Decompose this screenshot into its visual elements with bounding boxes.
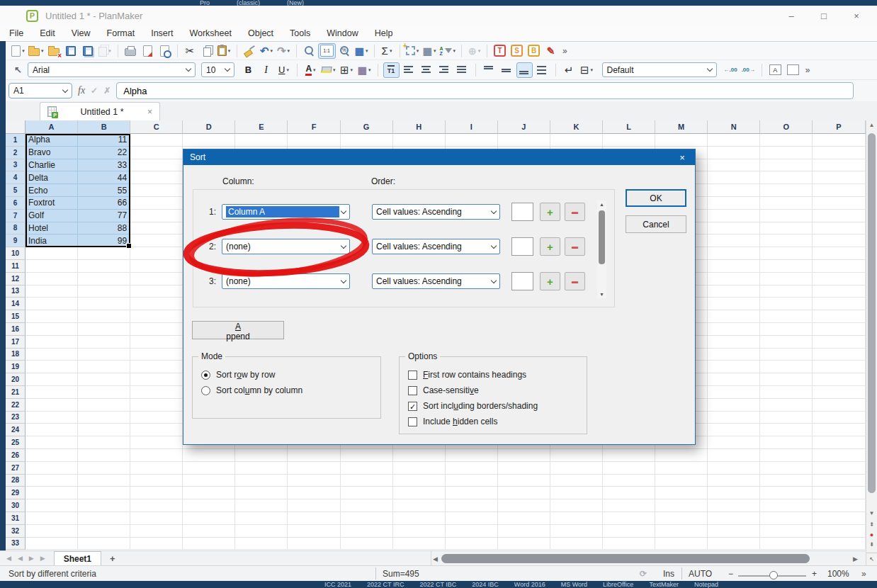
cell-B12[interactable] [78,273,130,285]
column-header-N[interactable]: N [708,120,760,134]
cell-A32[interactable] [26,525,78,538]
cell-O16[interactable] [760,323,813,336]
cell-N17[interactable] [708,336,760,349]
cell-N8[interactable] [708,222,760,235]
cell-P12[interactable] [813,273,865,285]
scroll-right-icon[interactable]: ▶ [853,555,858,562]
cell-C5[interactable] [130,184,183,197]
insert-function-button[interactable]: fx [78,85,85,96]
row-header-16[interactable]: 16 [6,323,26,336]
cell-J27[interactable] [498,462,550,475]
cell-N4[interactable] [708,171,760,184]
cell-O31[interactable] [760,512,813,525]
cell-N5[interactable] [708,184,760,197]
row-header-22[interactable]: 22 [6,399,26,412]
cell-B33[interactable] [78,538,130,550]
cell-B10[interactable] [78,247,130,260]
cell-P24[interactable] [813,424,865,436]
cell-O7[interactable] [760,210,813,222]
cell-A14[interactable] [26,298,78,310]
row-header-4[interactable]: 4 [6,171,26,184]
cell-A33[interactable] [26,538,78,550]
document-tab[interactable]: Untitled 1 * × [40,102,160,120]
scroll-down-icon[interactable]: ▼ [866,509,877,519]
cell-D30[interactable] [183,499,235,512]
row-header-12[interactable]: 12 [6,273,26,285]
cell-A12[interactable] [26,273,78,285]
column-header-D[interactable]: D [183,120,235,134]
cell-I29[interactable] [446,487,498,499]
borders-button[interactable]: ⊞▾ [339,62,355,78]
row-header-14[interactable]: 14 [6,298,26,310]
cell-G30[interactable] [341,499,393,512]
column-header-B[interactable]: B [78,120,130,134]
cell-P31[interactable] [813,512,865,525]
cell-N28[interactable] [708,475,760,487]
cell-L33[interactable] [603,538,655,550]
cell-B22[interactable] [78,399,130,412]
cell-B7[interactable]: 77 [78,210,130,222]
cell-A18[interactable] [26,349,78,361]
cell-C3[interactable] [130,159,183,172]
cell-K28[interactable] [550,475,603,487]
cell-H31[interactable] [393,512,446,525]
cell-B2[interactable]: 22 [78,147,130,159]
cell-N21[interactable] [708,386,760,399]
criterion-3-column-select[interactable]: (none) [222,273,350,289]
cell-O26[interactable] [760,449,813,462]
align-right-button[interactable] [436,62,453,78]
dialog-title-bar[interactable]: Sort × [183,149,695,165]
sum-button[interactable]: Σ▾ [379,43,395,59]
criterion-1-color-well[interactable] [511,203,533,221]
toolbar-overflow-button[interactable]: » [803,65,813,75]
valign-top-button[interactable] [481,62,497,78]
cell-B11[interactable] [78,260,130,273]
cell-J1[interactable] [498,134,550,147]
cell-B26[interactable] [78,449,130,462]
cell-B14[interactable] [78,298,130,310]
row-header-1[interactable]: 1 [6,134,26,147]
cell-C4[interactable] [130,171,183,184]
column-header-F[interactable]: F [288,120,340,134]
valign-bottom-button[interactable] [516,62,533,78]
cell-G26[interactable] [341,449,393,462]
object-frame-button[interactable] [785,62,801,78]
row-header-31[interactable]: 31 [6,512,26,525]
cell-E26[interactable] [235,449,288,462]
row-header-30[interactable]: 30 [6,499,26,512]
statusbar-overflow-button[interactable]: » [861,569,866,579]
row-header-9[interactable]: 9 [6,234,26,247]
copy-button[interactable] [199,43,215,59]
cell-O10[interactable] [760,247,813,260]
cell-style-combo[interactable]: Default [602,62,717,77]
presentations-button[interactable]: S [509,43,525,59]
cell-C31[interactable] [130,512,183,525]
cell-O13[interactable] [760,285,813,298]
merge-cells-button[interactable]: ⊟▾ [579,62,595,78]
confirm-entry-button[interactable]: ✓ [91,86,98,96]
cell-I33[interactable] [446,538,498,550]
cell-H26[interactable] [393,449,446,462]
cell-L29[interactable] [603,487,655,499]
cell-M26[interactable] [655,449,708,462]
cell-A4[interactable]: Delta [26,171,78,184]
insert-mode-indicator[interactable]: Ins [663,569,674,579]
cell-B20[interactable] [78,373,130,386]
italic-button[interactable]: I [258,62,274,78]
cell-O20[interactable] [760,373,813,386]
row-header-20[interactable]: 20 [6,373,26,386]
cell-N32[interactable] [708,525,760,538]
print-button[interactable] [123,43,139,59]
cell-N7[interactable] [708,210,760,222]
column-header-E[interactable]: E [235,120,288,134]
cell-M32[interactable] [655,525,708,538]
cell-C11[interactable] [130,260,183,273]
auto-indicator[interactable]: AUTO [689,569,712,579]
cell-O9[interactable] [760,234,813,247]
menu-insert[interactable]: Insert [151,28,173,38]
cell-E32[interactable] [235,525,288,538]
cell-C12[interactable] [130,273,183,285]
cell-J31[interactable] [498,512,550,525]
cell-B24[interactable] [78,424,130,436]
horizontal-scrollbar-thumb[interactable] [441,554,810,563]
